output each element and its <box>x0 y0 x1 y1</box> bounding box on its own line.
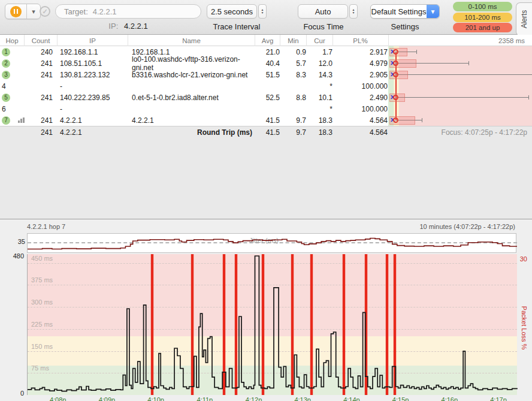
legend-pill: 101-200 ms <box>453 13 512 22</box>
count-value: 241 <box>24 69 53 80</box>
pause-dropdown-button[interactable]: ▾ <box>27 4 40 19</box>
packet-loss-value: 2.490 <box>332 92 388 103</box>
time-tick-label: 4:09p <box>92 396 122 401</box>
trace-interval-stepper[interactable]: ▲▼ <box>258 4 267 19</box>
host-name: b3316.washdc-lcr-21.verizon-gni.net <box>132 69 254 80</box>
host-name <box>132 103 254 114</box>
current-value-circle <box>393 117 398 123</box>
latency-timeline-chart[interactable]: 450 ms375 ms300 ms225 ms150 ms75 ms <box>27 254 516 395</box>
ip-value: 108.51.105.1 <box>60 58 127 69</box>
check-circle-icon[interactable]: ✓ <box>40 6 50 17</box>
column-header-hop[interactable]: Hop <box>0 35 24 46</box>
ip-value: 192.168.1.1 <box>60 46 127 58</box>
count-value: 240 <box>24 46 53 58</box>
min-value: 8.8 <box>280 92 306 103</box>
min-value <box>280 103 306 114</box>
legend-pill: 0-100 ms <box>453 2 512 11</box>
avg-value <box>255 103 280 114</box>
host-name: 0.et-5-1-0.br2.iad8.alter.net <box>132 92 254 103</box>
column-header-cur[interactable]: Cur <box>306 35 332 46</box>
column-header-pl[interactable]: PL% <box>332 35 388 46</box>
cur-value: * <box>306 103 332 114</box>
trace-interval-button[interactable]: 2.5 seconds <box>207 4 257 19</box>
packet-loss-value: 100.000 <box>332 103 388 114</box>
pause-icon <box>10 6 22 17</box>
count-value <box>24 80 53 92</box>
summary-avg: 41.5 <box>255 126 280 138</box>
time-tick-label: 4:17p <box>483 396 513 401</box>
ip-value: - <box>60 80 127 92</box>
avg-value: 51.5 <box>255 69 280 80</box>
target-value: 4.2.2.1 <box>93 7 117 16</box>
time-tick-label: 4:13p <box>288 396 318 401</box>
target-input[interactable]: Target: 4.2.2.1 <box>55 4 201 19</box>
host-name: lo0-100.washdc-vfttp-316.verizon-gni.net <box>132 58 254 69</box>
avg-value <box>255 80 280 92</box>
packet-loss-value: 2.917 <box>332 46 388 58</box>
count-value: 241 <box>24 92 53 103</box>
min-value: 0.9 <box>280 46 306 58</box>
column-header-count[interactable]: Count <box>24 35 57 46</box>
ip-line: IP: 4.2.2.1 <box>55 22 201 31</box>
ip-value: 4.2.2.1 <box>124 22 148 31</box>
whisker-end-tick <box>528 95 529 100</box>
pingplotter-window: ▾ ✓ Target: 4.2.2.1 IP: 4.2.2.1 2.5 seco… <box>0 0 532 401</box>
jitter-threshold-label: 35 <box>8 238 25 245</box>
summary-row[interactable]: 241 4.2.2.1 Round Trip (ms) 41.5 9.7 18.… <box>0 126 532 138</box>
table-header: HopCountIPNameAvgMinCurPL%2358 ms <box>0 35 532 46</box>
chevron-down-icon: ▾ <box>32 8 35 16</box>
current-value-circle <box>393 49 398 55</box>
count-value <box>24 103 53 114</box>
chevron-down-icon: ▼ <box>427 5 439 18</box>
min-value: 8.3 <box>280 69 306 80</box>
host-name <box>132 80 254 92</box>
y-axis-min-label: 0 <box>1 390 24 397</box>
settings-dropdown[interactable]: Default Settings ▼ <box>370 4 440 19</box>
current-value-circle <box>393 95 398 100</box>
trace-interval-label: Trace Interval <box>207 22 267 31</box>
time-tick-label: 4:11p <box>190 396 220 401</box>
focus-time-button[interactable]: Auto <box>298 4 348 19</box>
settings-value: Default Settings <box>371 5 427 18</box>
summary-label: Round Trip (ms) <box>128 126 252 138</box>
jitter-strip[interactable]: Jitter (ms) <box>27 233 516 253</box>
timeline-period: 10 minutes (4:07:22p - 4:17:22p) <box>419 223 515 230</box>
empty-area <box>0 138 532 219</box>
timeline-title: 4.2.2.1 hop 7 <box>27 223 65 230</box>
hop-number: 4 <box>2 80 14 92</box>
graph-scale-label: 2358 ms <box>388 35 528 46</box>
pause-button-group[interactable]: ▾ <box>5 4 41 19</box>
whisker-end-tick <box>416 50 417 54</box>
cur-value: 12.0 <box>306 58 332 69</box>
column-header-min[interactable]: Min <box>280 35 306 46</box>
ip-value: 4.2.2.1 <box>60 114 127 126</box>
focus-range-label: Focus: 4:07:25p - 4:17:22p <box>388 126 527 138</box>
hop-badge: 7 <box>2 116 10 125</box>
column-header-ip[interactable]: IP <box>57 35 128 46</box>
summary-cur: 18.3 <box>306 126 332 138</box>
y-axis-max-label: 480 <box>1 252 24 260</box>
focus-time-label: Focus Time <box>294 22 353 31</box>
cur-value: 1.7 <box>306 46 332 58</box>
range-whisker <box>395 74 532 75</box>
ip-value: 140.222.239.85 <box>60 92 127 103</box>
hop-badge: 3 <box>2 71 10 79</box>
host-name: 4.2.2.1 <box>132 114 254 126</box>
alerts-tab[interactable]: Alerts <box>516 2 532 36</box>
y2-axis-max-label: 30 <box>520 255 527 263</box>
time-tick-label: 4:15p <box>386 396 416 401</box>
cur-value: 18.3 <box>306 114 332 126</box>
summary-pl: 4.564 <box>332 126 388 138</box>
jitter-line-chart <box>28 234 517 254</box>
current-value-circle <box>393 61 398 66</box>
column-header-avg[interactable]: Avg <box>255 35 280 46</box>
min-value: 5.7 <box>280 58 306 69</box>
column-header-name[interactable]: Name <box>128 35 255 46</box>
cur-value: * <box>306 80 332 92</box>
focus-time-stepper[interactable]: ▲▼ <box>349 4 358 19</box>
pause-button[interactable] <box>5 4 27 19</box>
cur-value: 10.1 <box>306 92 332 103</box>
focus-time-value: Auto <box>315 7 331 16</box>
count-value: 241 <box>24 114 53 126</box>
min-value: 9.7 <box>280 114 306 126</box>
